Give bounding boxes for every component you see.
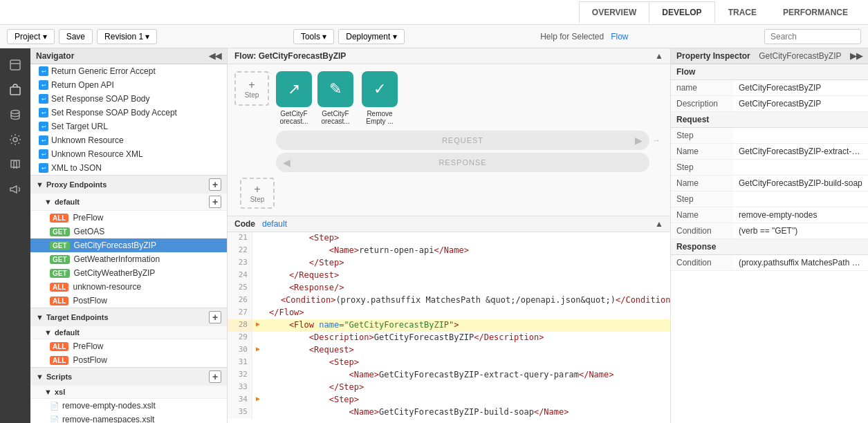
scripts-section[interactable]: ▼ Scripts + [30,367,227,386]
nav-xslt-2[interactable]: 📄 remove-namespaces.xslt [30,413,227,423]
line-arrow-24 [252,270,264,282]
badge-get-getoas: GET [50,227,70,236]
code-panel-header: Code default ▲ [228,216,670,232]
badge-all-unknown: ALL [50,283,68,292]
badge-all-preflow: ALL [50,214,68,223]
nav-item[interactable]: ↩ Return Open API [30,78,227,92]
step2-icon: ✎ [329,80,342,98]
nav-getoas[interactable]: GET GetOAS [30,225,227,238]
flow-step-3-box[interactable]: ✓ [362,71,398,107]
project-button[interactable]: Project ▾ [7,29,55,44]
nav-item[interactable]: ↩ Set Response SOAP Body Accept [30,106,227,120]
navigator-collapse-icon[interactable]: ◀◀ [209,51,221,61]
flow-step-2-box[interactable]: ✎ [317,71,353,107]
flow-step-1[interactable]: ↗ GetCityForecast... [276,71,312,125]
revision-button[interactable]: Revision 1 ▾ [97,29,157,44]
proxy-default-section[interactable]: ▼ default + [30,194,227,211]
svg-point-3 [11,111,19,114]
sidebar-icon-data[interactable] [3,104,28,126]
line-arrow-33 [252,382,264,394]
nav-icon-8: ↩ [39,163,48,173]
code-collapse-icon[interactable]: ▲ [655,219,663,229]
target-default-section[interactable]: ▼ default [30,326,227,339]
flow-step-3[interactable]: ✓ Remove Empty ... [359,71,400,125]
target-endpoints-add[interactable]: + [209,311,221,323]
nav-item[interactable]: ↩ Set Response SOAP Body [30,92,227,106]
badge-all-postflow: ALL [50,297,68,306]
nav-item[interactable]: ↩ Return Generic Error Accept [30,64,227,78]
code-line-27: 27 </Flow> [228,307,670,319]
nav-target-postflow[interactable]: ALL PostFlow [30,353,227,367]
sidebar-icon-package[interactable] [3,79,28,101]
search-input[interactable] [764,29,861,44]
pi-label-step1: Step [671,128,733,143]
pi-collapse-icon[interactable]: ▶▶ [850,51,862,61]
sidebar-icon-megaphone[interactable] [3,178,28,200]
pi-label-condition: Condition [671,223,733,238]
nav-preflow[interactable]: ALL PreFlow [30,211,227,225]
nav-getcityforecast[interactable]: GET GetCityForecastByZIP [30,238,227,252]
target-endpoints-section[interactable]: ▼ Target Endpoints + [30,308,227,326]
nav-target-preflow[interactable]: ALL PreFlow [30,339,227,353]
nav-icon-7: ↩ [39,149,48,159]
pi-label-stepname1: Name [671,144,733,159]
canvas-collapse-icon[interactable]: ▲ [655,51,663,61]
sidebar-icon-home[interactable] [3,54,28,76]
code-line-35: 35 <Name>GetCityForecastByZIP-build-soap… [228,406,670,419]
scripts-add[interactable]: + [209,370,221,383]
flow-step-2[interactable]: ✎ GetCityForecast... [317,71,353,125]
proxy-endpoints-section[interactable]: ▼ Proxy Endpoints + [30,175,227,194]
nav-xslt-1[interactable]: 📄 remove-empty-nodes.xslt [30,399,227,413]
save-button[interactable]: Save [59,29,93,44]
proxy-endpoints-add[interactable]: + [209,178,221,191]
sidebar-icon-settings[interactable] [3,129,28,151]
flow-link[interactable]: Flow [611,32,628,41]
tools-button[interactable]: Tools ▾ [293,29,334,44]
code-sub-tab[interactable]: default [262,219,287,229]
nav-item[interactable]: ↩ Unknown Resource XML [30,147,227,161]
nav-unknown[interactable]: ALL unknown-resource [30,280,227,294]
nav-getcityweather[interactable]: GET GetCityWeatherByZIP [30,266,227,280]
code-line-33: 33 </Step> [228,382,670,394]
nav-item[interactable]: ↩ Set Target URL [30,120,227,133]
nav-getweather[interactable]: GET GetWeatherInformation [30,252,227,266]
tab-performance[interactable]: PERFORMANCE [770,1,861,24]
bottom-step-area: + Step [234,178,663,209]
nav-postflow[interactable]: ALL PostFlow [30,294,227,308]
scripts-xsl-section[interactable]: ▼ xsl [30,386,227,399]
pi-value-name: GetCityForecastByZIP [733,80,868,95]
property-inspector: Property Inspector GetCityForecastByZIP … [671,48,868,423]
pi-value-description: GetCityForecastByZIP [733,96,868,111]
flow-step-1-box[interactable]: ↗ [276,71,312,107]
tab-develop[interactable]: DEVELOP [649,1,714,24]
line-num-26: 26 [228,294,252,307]
badge-get-weather: GET [50,255,70,264]
tab-trace[interactable]: TRACE [715,1,770,24]
add-step-bottom[interactable]: + Step [240,178,275,209]
svg-rect-2 [10,87,20,95]
pi-section-response: Response [671,239,868,255]
nav-icon-6: ↩ [39,135,48,145]
pi-row-name: name GetCityForecastByZIP [671,80,868,96]
line-num-22: 22 [228,245,252,257]
navigator-header: Navigator ◀◀ [30,48,227,64]
proxy-default-label: default [55,198,80,206]
nav-item[interactable]: ↩ Unknown Resource [30,133,227,147]
line-arrow-34: ▶ [252,394,264,406]
tab-overview[interactable]: OVERVIEW [579,1,649,24]
line-num-35: 35 [228,406,252,419]
line-num-27: 27 [228,307,252,319]
response-row: RESPONSE ◀ [234,153,663,172]
code-line-31: 31 <Step> [228,357,670,369]
pi-label-stepname3: Name [671,207,733,223]
line-content-34: <Step> [264,394,364,406]
nav-item[interactable]: ↩ XML to JSON [30,161,227,175]
deployment-button[interactable]: Deployment ▾ [338,29,404,44]
proxy-default-add[interactable]: + [209,196,221,208]
nav-target-postflow-label: PostFlow [73,355,107,365]
sidebar-icon-book[interactable] [3,153,28,176]
add-step-top[interactable]: + Step [234,71,269,106]
pi-label-description: Description [671,96,733,111]
pi-section-request: Request [671,112,868,128]
line-num-25: 25 [228,282,252,294]
